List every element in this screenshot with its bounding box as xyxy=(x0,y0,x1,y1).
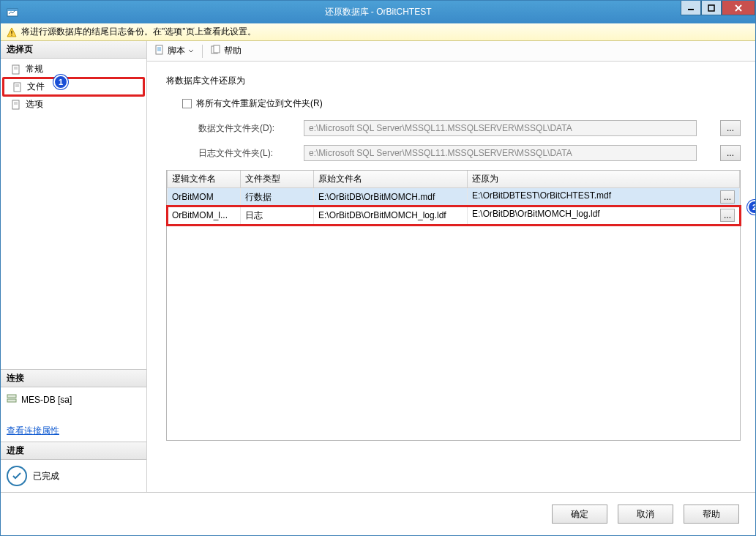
annotation-badge-1: 1 xyxy=(53,75,68,89)
col-type[interactable]: 文件类型 xyxy=(241,171,314,188)
svg-rect-15 xyxy=(12,100,19,109)
section-title: 将数据库文件还原为 xyxy=(166,75,741,87)
svg-rect-20 xyxy=(156,45,162,54)
maximize-button[interactable] xyxy=(701,1,722,15)
content: 选择页 常规 文件 1 选项 连接 xyxy=(1,41,755,492)
col-logical[interactable]: 逻辑文件名 xyxy=(168,171,241,188)
files-table-wrap: 逻辑文件名 文件类型 原始文件名 还原为 OrBitMOM 行数据 E:\OrB… xyxy=(166,170,741,441)
warning-icon xyxy=(7,27,17,37)
restore-as-browse-button[interactable]: ... xyxy=(720,209,735,222)
annotation-badge-2: 2 xyxy=(747,200,755,215)
info-bar: 将进行源数据库的结尾日志备份。在"选项"页上查看此设置。 xyxy=(1,23,755,41)
col-restore-as[interactable]: 还原为 xyxy=(468,171,740,188)
svg-rect-12 xyxy=(14,83,20,92)
cell-logical: OrBitMOM_l... xyxy=(168,206,241,225)
sidebar-item-general[interactable]: 常规 xyxy=(1,62,146,77)
cell-type: 日志 xyxy=(241,206,314,225)
col-original[interactable]: 原始文件名 xyxy=(314,171,468,188)
svg-rect-3 xyxy=(708,5,714,11)
info-message: 将进行源数据库的结尾日志备份。在"选项"页上查看此设置。 xyxy=(21,26,256,38)
page-icon xyxy=(11,64,21,75)
cancel-button[interactable]: 取消 xyxy=(618,505,673,524)
svg-point-8 xyxy=(11,34,12,36)
sidebar-item-label: 文件 xyxy=(27,81,45,93)
log-folder-row: 日志文件文件夹(L): ... xyxy=(182,145,741,161)
help-label: 帮助 xyxy=(224,45,242,57)
main-panel: 脚本 帮助 将数据库文件还原为 将所有文件重新定位到文件夹(R) xyxy=(147,41,755,492)
log-folder-input[interactable] xyxy=(304,145,697,161)
cell-original: E:\OrBitDB\OrBitMOMCH_log.ldf xyxy=(314,206,468,225)
restore-database-dialog: 还原数据库 - OrBitCHTEST 将进行源数据库的结尾日志备份。在"选项"… xyxy=(0,0,756,536)
table-header-row: 逻辑文件名 文件类型 原始文件名 还原为 xyxy=(168,171,740,188)
window-title: 还原数据库 - OrBitCHTEST xyxy=(1,6,755,18)
sidebar: 选择页 常规 文件 1 选项 连接 xyxy=(1,41,147,492)
connection-section: 连接 MES-DB [sa] 查看连接属性 xyxy=(1,369,146,442)
relocate-checkbox[interactable] xyxy=(182,99,192,108)
svg-rect-1 xyxy=(7,9,18,11)
window-controls xyxy=(681,1,755,23)
select-page-items: 常规 文件 1 选项 xyxy=(1,59,146,115)
chevron-down-icon xyxy=(188,46,194,56)
log-folder-label: 日志文件文件夹(L): xyxy=(182,147,299,160)
sidebar-item-options[interactable]: 选项 xyxy=(1,97,146,112)
script-button[interactable]: 脚本 xyxy=(151,43,197,59)
page-icon xyxy=(12,82,23,92)
svg-rect-22 xyxy=(214,45,220,53)
connection-row: MES-DB [sa] xyxy=(7,392,141,407)
cell-restore-as: E:\OrBitDB\OrBitMOMCH_log.ldf ... xyxy=(468,206,740,225)
data-folder-row: 数据文件文件夹(D): ... xyxy=(182,120,741,136)
progress-complete-icon xyxy=(7,466,27,486)
page-icon xyxy=(11,100,21,110)
titlebar: 还原数据库 - OrBitCHTEST xyxy=(1,1,755,23)
sidebar-item-files[interactable]: 文件 xyxy=(2,77,145,97)
help-button[interactable]: 帮助 xyxy=(684,505,739,524)
relocate-all-files-row: 将所有文件重新定位到文件夹(R) xyxy=(182,97,741,110)
progress-section: 进度 已完成 xyxy=(1,442,146,492)
main-body: 将数据库文件还原为 将所有文件重新定位到文件夹(R) 数据文件文件夹(D): .… xyxy=(147,62,755,492)
sidebar-item-label: 常规 xyxy=(26,63,43,75)
connection-header: 连接 xyxy=(1,370,146,387)
progress-status: 已完成 xyxy=(33,470,59,483)
sidebar-item-label: 选项 xyxy=(26,98,43,111)
files-table: 逻辑文件名 文件类型 原始文件名 还原为 OrBitMOM 行数据 E:\OrB… xyxy=(167,171,740,225)
svg-rect-18 xyxy=(7,395,16,398)
cell-type: 行数据 xyxy=(241,188,314,206)
cell-logical: OrBitMOM xyxy=(168,188,241,206)
footer: 确定 取消 帮助 xyxy=(1,493,755,535)
svg-rect-9 xyxy=(12,65,19,74)
data-folder-browse-button[interactable]: ... xyxy=(720,120,741,136)
ok-button[interactable]: 确定 xyxy=(552,505,607,524)
progress-header: 进度 xyxy=(1,442,146,460)
minimize-button[interactable] xyxy=(681,1,701,15)
toolbar: 脚本 帮助 xyxy=(147,41,755,62)
cell-restore-as: E:\OrBitDBTEST\OrBitCHTEST.mdf ... xyxy=(468,188,740,206)
script-icon xyxy=(154,45,165,57)
view-connection-properties-link[interactable]: 查看连接属性 xyxy=(7,425,59,437)
data-folder-label: 数据文件文件夹(D): xyxy=(182,122,299,135)
restore-as-browse-button[interactable]: ... xyxy=(720,190,735,204)
help-icon xyxy=(211,45,221,57)
cell-original: E:\OrBitDB\OrBitMOMCH.mdf xyxy=(314,188,468,206)
data-folder-input[interactable] xyxy=(304,120,697,136)
log-folder-browse-button[interactable]: ... xyxy=(720,145,741,161)
app-icon xyxy=(7,7,18,18)
table-row[interactable]: OrBitMOM 行数据 E:\OrBitDB\OrBitMOMCH.mdf E… xyxy=(168,188,740,206)
toolbar-separator xyxy=(202,45,203,58)
table-row[interactable]: OrBitMOM_l... 日志 E:\OrBitDB\OrBitMOMCH_l… xyxy=(168,206,740,225)
relocate-checkbox-label: 将所有文件重新定位到文件夹(R) xyxy=(196,97,323,110)
close-button[interactable] xyxy=(722,1,755,15)
help-button[interactable]: 帮助 xyxy=(208,43,244,59)
script-label: 脚本 xyxy=(168,45,185,57)
connection-value: MES-DB [sa] xyxy=(21,395,72,405)
select-page-header: 选择页 xyxy=(1,41,146,59)
svg-rect-19 xyxy=(7,399,16,402)
server-icon xyxy=(7,393,17,406)
